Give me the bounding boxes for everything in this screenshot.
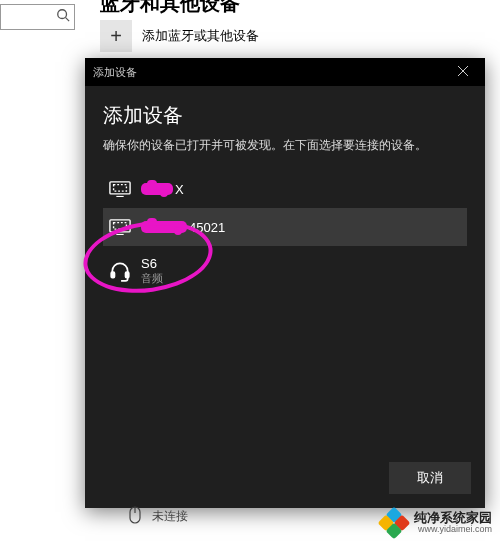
redaction-mark bbox=[141, 221, 187, 233]
search-icon bbox=[56, 8, 70, 26]
watermark-brand: 纯净系统家园 bbox=[414, 511, 492, 525]
svg-rect-11 bbox=[126, 272, 129, 278]
svg-rect-5 bbox=[114, 184, 127, 190]
svg-rect-10 bbox=[111, 272, 114, 278]
add-device-label: 添加蓝牙或其他设备 bbox=[142, 27, 259, 45]
device-name: S6 bbox=[141, 256, 163, 271]
bottom-status-row: 未连接 bbox=[128, 506, 188, 527]
svg-point-0 bbox=[58, 10, 67, 19]
device-item[interactable]: S6 音频 bbox=[103, 246, 467, 296]
dialog-title: 添加设备 bbox=[93, 65, 137, 80]
watermark: 纯净系统家园 www.yidaimei.com bbox=[380, 509, 492, 537]
bottom-status-text: 未连接 bbox=[152, 508, 188, 525]
redaction-mark bbox=[141, 183, 173, 195]
dialog-titlebar: 添加设备 bbox=[85, 58, 485, 86]
add-device-dialog: 添加设备 添加设备 确保你的设备已打开并可被发现。在下面选择要连接的设备。 X bbox=[85, 58, 485, 508]
device-item[interactable]: 45021 bbox=[103, 208, 467, 246]
add-device-row[interactable]: + 添加蓝牙或其他设备 bbox=[100, 20, 259, 52]
device-item[interactable]: X bbox=[103, 170, 467, 208]
watermark-url: www.yidaimei.com bbox=[414, 525, 492, 535]
display-icon bbox=[109, 180, 131, 198]
svg-line-1 bbox=[66, 18, 70, 22]
svg-rect-8 bbox=[114, 222, 127, 228]
device-type: 音频 bbox=[141, 271, 163, 286]
cancel-button[interactable]: 取消 bbox=[389, 462, 471, 494]
dialog-heading: 添加设备 bbox=[103, 102, 467, 129]
device-list: X 45021 bbox=[103, 170, 467, 452]
close-button[interactable] bbox=[449, 58, 477, 86]
device-name: X bbox=[141, 182, 184, 197]
watermark-logo-icon bbox=[380, 509, 408, 537]
mouse-icon bbox=[128, 506, 142, 527]
headset-icon bbox=[109, 262, 131, 280]
dialog-subtext: 确保你的设备已打开并可被发现。在下面选择要连接的设备。 bbox=[103, 137, 467, 154]
display-icon bbox=[109, 218, 131, 236]
plus-icon: + bbox=[100, 20, 132, 52]
search-input[interactable] bbox=[0, 4, 75, 30]
close-icon bbox=[458, 66, 468, 78]
device-name: 45021 bbox=[141, 220, 225, 235]
page-header: 蓝牙和其他设备 bbox=[100, 0, 240, 17]
